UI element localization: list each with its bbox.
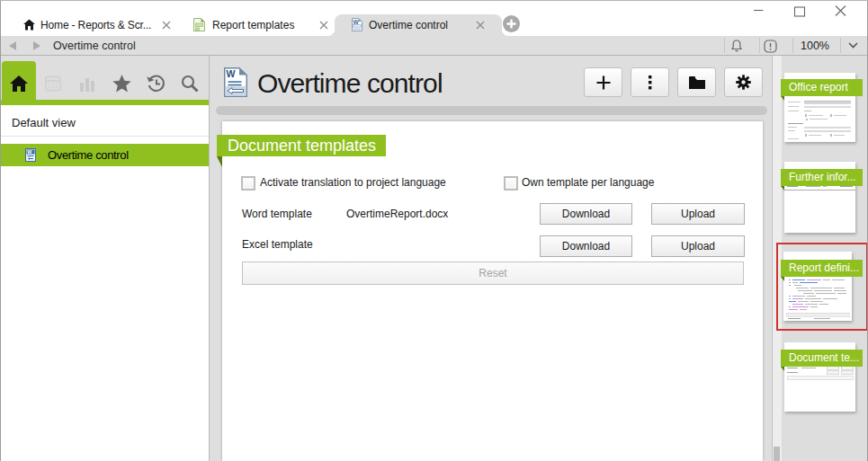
svg-text:W: W xyxy=(27,149,32,155)
svg-text:W: W xyxy=(353,18,360,24)
svg-text:W: W xyxy=(227,68,236,79)
